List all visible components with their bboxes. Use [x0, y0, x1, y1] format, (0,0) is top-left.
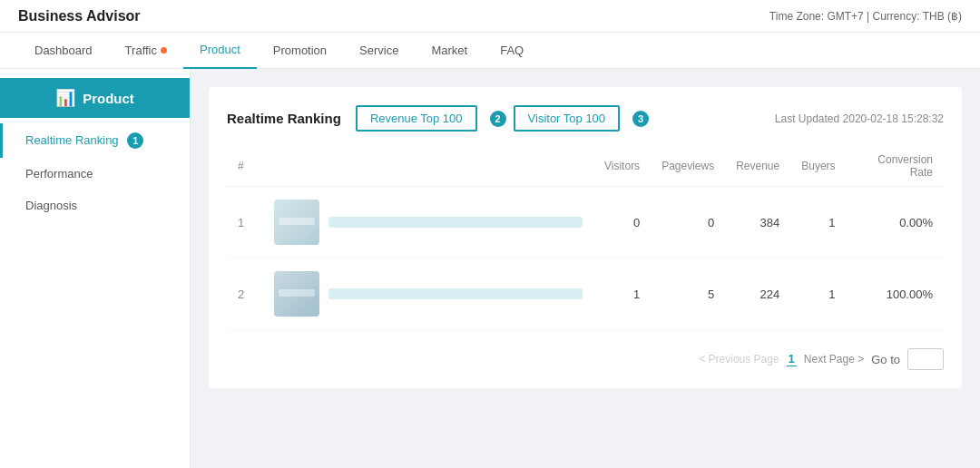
- rank-2: 2: [227, 258, 263, 330]
- visitor-top-100-tab[interactable]: Visitor Top 100: [514, 105, 621, 132]
- nav-product[interactable]: Product: [183, 33, 257, 69]
- next-page-button[interactable]: Next Page >: [804, 353, 864, 366]
- conversion-rate-1: 0.00%: [847, 187, 944, 258]
- last-updated: Last Updated 2020-02-18 15:28:32: [775, 112, 944, 125]
- traffic-dot: [161, 47, 167, 54]
- col-pageviews: Pageviews: [651, 146, 725, 187]
- table-row: 1 0 0 384 1 0.00%: [227, 187, 944, 258]
- main-content: Realtime Ranking Revenue Top 100 2 Visit…: [191, 69, 980, 468]
- conversion-rate-2: 100.00%: [847, 258, 944, 330]
- goto-input[interactable]: [907, 348, 944, 370]
- nav-dashboard[interactable]: Dashboard: [18, 33, 109, 69]
- col-conversion-rate: Conversion Rate: [847, 146, 944, 187]
- pagination: < Previous Page 1 Next Page > Go to: [227, 348, 944, 370]
- pageviews-1: 0: [651, 187, 725, 258]
- revenue-top-100-tab[interactable]: Revenue Top 100: [356, 105, 477, 132]
- table-row: 2 1 5 224 1 100.00%: [227, 258, 944, 330]
- sidebar-item-diagnosis[interactable]: Diagnosis: [0, 190, 190, 221]
- sidebar-item-realtime-ranking[interactable]: Realtime Ranking 1: [0, 123, 190, 158]
- col-product: [263, 146, 593, 187]
- timezone-info: Time Zone: GMT+7 | Currency: THB (฿): [769, 10, 962, 23]
- ranking-header: Realtime Ranking Revenue Top 100 2 Visit…: [227, 105, 944, 132]
- visitor-tab-badge: 3: [632, 111, 649, 127]
- page-title: Realtime Ranking: [227, 111, 341, 126]
- product-image-1: [274, 200, 319, 245]
- app-title: Business Advisor: [18, 8, 141, 24]
- prev-page-button[interactable]: < Previous Page: [699, 353, 779, 366]
- ranking-table: # Visitors Pageviews Revenue Buyers Conv…: [227, 146, 944, 330]
- realtime-ranking-badge: 1: [127, 132, 143, 149]
- visitors-1: 0: [593, 187, 651, 258]
- revenue-2: 224: [725, 258, 790, 330]
- rank-1: 1: [227, 187, 263, 258]
- product-image-2: [274, 271, 319, 317]
- product-1: [263, 187, 593, 258]
- main-layout: 📊 Product Realtime Ranking 1 Performance…: [0, 69, 980, 468]
- nav-service[interactable]: Service: [343, 33, 415, 69]
- col-rank: #: [227, 146, 263, 187]
- product-icon: 📊: [55, 88, 75, 108]
- visitors-2: 1: [593, 258, 651, 330]
- sidebar-product-button[interactable]: 📊 Product: [0, 78, 190, 118]
- col-buyers: Buyers: [790, 146, 846, 187]
- product-name-bar-1: [328, 217, 583, 228]
- current-page: 1: [787, 352, 797, 366]
- buyers-1: 1: [790, 187, 846, 258]
- nav-promotion[interactable]: Promotion: [257, 33, 343, 69]
- col-visitors: Visitors: [593, 146, 651, 187]
- nav-bar: Dashboard Traffic Product Promotion Serv…: [0, 33, 980, 69]
- revenue-1: 384: [725, 187, 790, 258]
- content-card: Realtime Ranking Revenue Top 100 2 Visit…: [209, 87, 962, 388]
- sidebar-item-performance[interactable]: Performance: [0, 158, 190, 190]
- pageviews-2: 5: [651, 258, 725, 330]
- goto-label: Go to: [871, 353, 900, 366]
- revenue-tab-badge: 2: [490, 111, 506, 127]
- product-name-bar-2: [328, 288, 583, 299]
- sidebar: 📊 Product Realtime Ranking 1 Performance…: [0, 69, 191, 468]
- nav-market[interactable]: Market: [415, 33, 484, 69]
- col-revenue: Revenue: [725, 146, 790, 187]
- buyers-2: 1: [790, 258, 846, 330]
- tab-buttons: Revenue Top 100 2 Visitor Top 100 3: [356, 105, 649, 132]
- nav-traffic[interactable]: Traffic: [109, 33, 183, 69]
- product-2: [263, 258, 593, 330]
- nav-faq[interactable]: FAQ: [484, 33, 540, 69]
- top-header: Business Advisor Time Zone: GMT+7 | Curr…: [0, 0, 980, 33]
